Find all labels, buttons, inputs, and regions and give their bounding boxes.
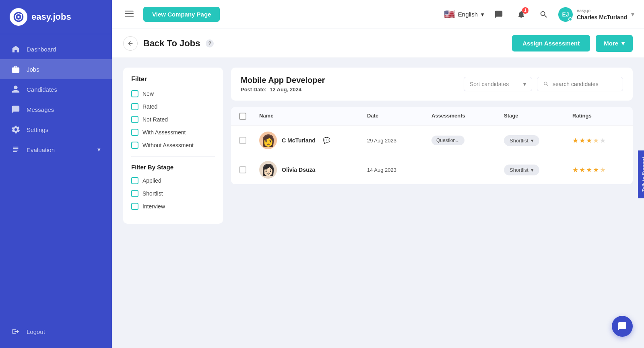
user-info: easy.jo Charles McTurland: [577, 8, 627, 21]
row-checkbox[interactable]: [239, 166, 246, 173]
chevron-down-icon: ▾: [523, 81, 526, 87]
star-2: ★: [579, 136, 585, 145]
candidates-table: Name Date Assessments Stage Ratings 👩: [231, 107, 633, 184]
stage-label: Shortlist: [510, 138, 528, 144]
th-name: Name: [259, 113, 367, 120]
filter-rated[interactable]: Rated: [131, 103, 215, 110]
sidebar-item-label: Messages: [27, 106, 54, 113]
chat-icon[interactable]: 💬: [323, 137, 330, 144]
star-4: ★: [593, 166, 599, 174]
select-all-checkbox[interactable]: [239, 113, 246, 120]
job-date: Post Date: 12 Aug, 2024: [241, 86, 457, 93]
table-row: 👩🏻 Olivia Dsuza 14 Aug 2023 Shortlist ▾: [231, 155, 633, 184]
sidebar-item-label: Evaluation: [27, 146, 55, 153]
filter-label-with-assessment: With Assessment: [142, 129, 186, 136]
filter-not-rated[interactable]: Not Rated: [131, 116, 215, 123]
star-5: ★: [600, 136, 606, 145]
job-title: Mobile App Developer: [241, 76, 457, 85]
subheader: Back To Jobs ? Assign Assessment More ▾: [112, 29, 644, 58]
sidebar-bottom: Logout: [0, 321, 112, 348]
th-assessments: Assessments: [431, 113, 504, 120]
star-1: ★: [572, 166, 578, 174]
talk-to-support-tab[interactable]: Talk to Support: [638, 150, 644, 198]
stage-label: Shortlist: [510, 167, 528, 173]
menu-icon[interactable]: [122, 6, 137, 23]
filter-stage-shortlist[interactable]: Shortlist: [131, 190, 215, 197]
svg-rect-5: [125, 13, 134, 14]
chat-bubble-button[interactable]: [612, 316, 633, 337]
stage-badge[interactable]: Shortlist ▾: [504, 165, 539, 175]
filter-checkbox-interview[interactable]: [131, 203, 138, 210]
candidate-avatar: 👩🏻: [259, 161, 277, 179]
language-selector[interactable]: 🇺🇸 English ▾: [444, 9, 484, 20]
filter-new[interactable]: New: [131, 90, 215, 97]
chevron-down-icon: ▾: [631, 10, 634, 18]
chevron-down-icon: ▾: [481, 11, 484, 18]
rating-stars: ★ ★ ★ ★ ★: [572, 166, 625, 174]
more-button[interactable]: More ▾: [596, 35, 633, 52]
page-body: Filter New Rated Not Rated With Assessme…: [112, 58, 644, 348]
th-ratings: Ratings: [572, 113, 625, 120]
filter-checkbox-without-assessment[interactable]: [131, 142, 138, 149]
language-label: English: [458, 11, 478, 18]
svg-rect-4: [125, 10, 134, 11]
back-button[interactable]: [123, 36, 138, 51]
job-header: Mobile App Developer Post Date: 12 Aug, …: [231, 68, 633, 101]
candidate-name[interactable]: C McTurland: [282, 137, 316, 144]
view-company-button[interactable]: View Company Page: [143, 7, 220, 22]
sidebar-item-logout[interactable]: Logout: [0, 321, 112, 342]
filter-checkbox-rated[interactable]: [131, 103, 138, 110]
search-icon-button[interactable]: [536, 6, 552, 23]
sidebar-item-candidates[interactable]: Candidates: [0, 79, 112, 99]
avatar: EJ: [558, 7, 573, 22]
row-checkbox[interactable]: [239, 137, 246, 144]
candidate-avatar: 👩: [259, 132, 277, 149]
filter-with-assessment[interactable]: With Assessment: [131, 129, 215, 136]
filter-checkbox-new[interactable]: [131, 90, 138, 97]
stage-cell: Shortlist ▾: [504, 165, 572, 175]
assign-assessment-button[interactable]: Assign Assessment: [512, 35, 590, 51]
table-row: 👩 C McTurland 💬 29 Aug 2023 Question... …: [231, 126, 633, 155]
candidate-date: 29 Aug 2023: [367, 138, 431, 144]
candidate-info: 👩🏻 Olivia Dsuza: [259, 161, 367, 179]
svg-point-3: [20, 14, 22, 15]
chevron-down-icon: ▾: [97, 146, 101, 153]
filter-stage-applied[interactable]: Applied: [131, 177, 215, 184]
post-date-value: 12 Aug, 2024: [270, 86, 301, 93]
sidebar-item-dashboard[interactable]: Dashboard: [0, 39, 112, 59]
notifications-icon-button[interactable]: 1: [513, 6, 529, 23]
sidebar-item-messages[interactable]: Messages: [0, 99, 112, 119]
star-2: ★: [579, 166, 585, 174]
filter-checkbox-with-assessment[interactable]: [131, 129, 138, 136]
sort-candidates-dropdown[interactable]: Sort candidates ▾: [464, 77, 532, 91]
filter-without-assessment[interactable]: Without Assessment: [131, 142, 215, 149]
help-icon[interactable]: ?: [206, 39, 214, 47]
sidebar-item-label: Jobs: [27, 66, 39, 73]
search-icon: [543, 81, 549, 87]
filter-checkbox-shortlist[interactable]: [131, 190, 138, 197]
user-company: easy.jo: [577, 8, 627, 13]
stage-badge[interactable]: Shortlist ▾: [504, 135, 539, 146]
candidate-date: 14 Aug 2023: [367, 167, 431, 173]
sidebar-item-jobs[interactable]: Jobs: [0, 59, 112, 79]
sidebar-item-label: Candidates: [27, 86, 57, 93]
assessment-badge[interactable]: Question...: [431, 136, 464, 145]
filter-checkbox-not-rated[interactable]: [131, 116, 138, 123]
search-candidates-box[interactable]: [537, 77, 623, 91]
messages-icon-button[interactable]: [491, 6, 507, 23]
svg-rect-6: [125, 16, 134, 16]
assessment-cell: Question...: [431, 136, 504, 145]
filter-checkbox-applied[interactable]: [131, 177, 138, 184]
sidebar-item-label: Logout: [27, 328, 45, 335]
star-5: ★: [600, 166, 606, 174]
filter-stage-interview[interactable]: Interview: [131, 203, 215, 210]
sidebar-item-evaluation[interactable]: Evaluation ▾: [0, 140, 112, 160]
job-info: Mobile App Developer Post Date: 12 Aug, …: [241, 76, 457, 93]
user-profile[interactable]: EJ easy.jo Charles McTurland ▾: [558, 7, 634, 22]
logo-icon: [10, 8, 27, 26]
star-1: ★: [572, 136, 578, 145]
sidebar-item-settings[interactable]: Settings: [0, 119, 112, 140]
more-label: More: [604, 40, 618, 47]
search-input[interactable]: [553, 81, 617, 87]
candidate-name[interactable]: Olivia Dsuza: [282, 167, 315, 173]
